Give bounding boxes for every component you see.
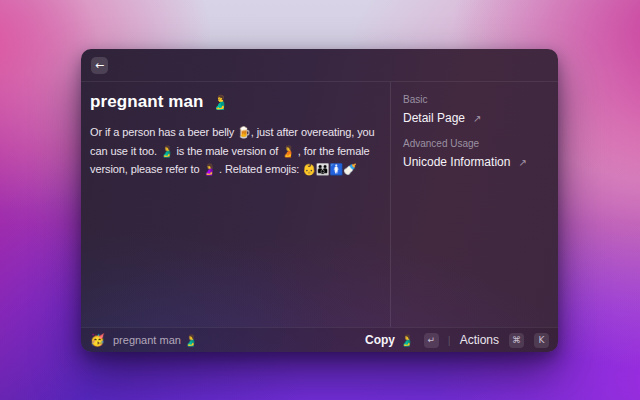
page-title: pregnant man [90,92,204,112]
title-row: pregnant man 🫃 [90,92,384,112]
external-link-icon: ↗ [518,157,526,168]
emoji-description: Or if a person has a beer belly 🍺, just … [90,123,391,179]
copy-button[interactable]: Copy 🫃 ↵ [365,333,439,348]
window-header: ← [81,49,558,82]
main-content-pane: pregnant man 🫃 Or if a person has a beer… [81,82,390,327]
action-bar-buttons: Copy 🫃 ↵ | Actions ⌘ K [365,333,549,348]
partying-face-extension-icon: 🥳 [90,334,105,346]
return-key-badge: ↵ [424,333,439,348]
actions-button-label: Actions [460,333,499,347]
actions-menu-button[interactable]: Actions ⌘ K [460,333,549,348]
sidebar-item-label: Unicode Information [403,155,510,169]
back-arrow-icon: ← [95,60,104,71]
k-key-badge: K [534,333,549,348]
metadata-sidebar: Basic Detail Page ↗ Advanced Usage Unico… [391,82,558,327]
sidebar-item-label: Detail Page [403,111,465,125]
action-bar: 🥳 pregnant man 🫃 Copy 🫃 ↵ | Actions ⌘ K [81,327,558,352]
pregnant-man-emoji-icon: 🫃 [212,94,229,110]
window-body: pregnant man 🫃 Or if a person has a beer… [81,82,558,327]
sidebar-item-detail-page[interactable]: Detail Page ↗ [403,111,546,125]
action-bar-separator: | [448,334,451,346]
command-key-badge: ⌘ [509,333,524,348]
current-item-label: pregnant man 🫃 [113,334,198,347]
sidebar-section-label-advanced-usage: Advanced Usage [403,138,546,149]
back-button[interactable]: ← [91,57,108,74]
external-link-icon: ↗ [473,113,481,124]
sidebar-item-unicode-information[interactable]: Unicode Information ↗ [403,155,546,169]
action-bar-context: 🥳 pregnant man 🫃 [90,334,198,347]
sidebar-section-label-basic: Basic [403,94,546,105]
pregnant-man-emoji-icon: 🫃 [400,335,414,346]
copy-button-label: Copy [365,333,395,347]
emoji-detail-window: ← pregnant man 🫃 Or if a person has a be… [81,49,558,352]
